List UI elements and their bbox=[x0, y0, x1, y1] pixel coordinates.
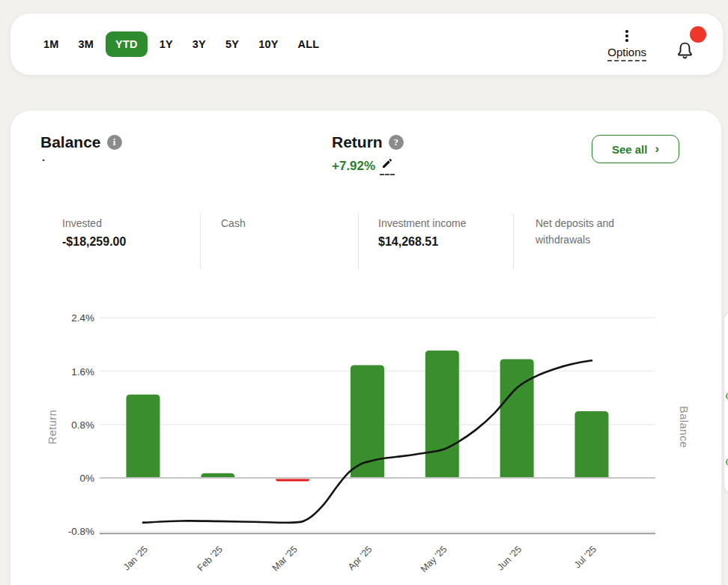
x-tick-label: Feb '25 bbox=[195, 544, 225, 573]
y-tick-label: 2.4% bbox=[71, 312, 94, 324]
stat-cash: Cash bbox=[221, 216, 341, 235]
next-card-peek[interactable] bbox=[724, 311, 728, 494]
stat-net-deposits-and-withdrawals: Net deposits and withdrawals bbox=[536, 216, 648, 251]
stat-label: Cash bbox=[221, 216, 341, 232]
see-all-label: See all bbox=[612, 143, 648, 156]
return-bar-jul25 bbox=[574, 411, 608, 477]
notifications-button[interactable] bbox=[675, 26, 706, 62]
return-bar-apr25 bbox=[351, 365, 384, 477]
y-tick-label: -0.8% bbox=[68, 526, 94, 537]
return-value: +7.92% bbox=[332, 159, 375, 174]
stat-divider bbox=[200, 213, 201, 269]
balance-heading: Balance i bbox=[40, 133, 122, 151]
stat-value: $14,268.51 bbox=[378, 235, 502, 249]
performance-card: Balance i · Return ? +7.92% See all › bbox=[10, 111, 721, 585]
tab-ytd[interactable]: YTD bbox=[106, 31, 148, 57]
tab-3m[interactable]: 3M bbox=[71, 31, 102, 57]
return-heading: Return ? bbox=[332, 133, 404, 151]
stat-divider bbox=[513, 213, 514, 269]
time-range-toolbar: 1M3MYTD1Y3Y5Y10YALL Options bbox=[10, 13, 723, 75]
left-axis-title: Return bbox=[46, 410, 58, 445]
tab-1y[interactable]: 1Y bbox=[152, 31, 181, 57]
x-tick-label: Jun '25 bbox=[495, 544, 524, 572]
tab-all[interactable]: ALL bbox=[291, 31, 327, 57]
performance-chart: 2.4%1.6%0.8%0%-0.8%Jan '25Feb '25Mar '25… bbox=[30, 300, 704, 584]
pencil-icon bbox=[381, 157, 393, 169]
y-tick-label: 0% bbox=[79, 473, 94, 484]
y-tick-label: 1.6% bbox=[71, 366, 94, 378]
bell-icon bbox=[675, 40, 695, 61]
stat-label: Invested bbox=[62, 216, 189, 232]
y-tick-label: 0.8% bbox=[71, 419, 94, 431]
balance-hidden-value: · bbox=[42, 157, 122, 163]
return-bar-jun25 bbox=[500, 359, 534, 477]
chart-svg: 2.4%1.6%0.8%0%-0.8%Jan '25Feb '25Mar '25… bbox=[30, 300, 704, 584]
x-tick-label: Apr '25 bbox=[346, 544, 374, 572]
time-range-tabs: 1M3MYTD1Y3Y5Y10YALL bbox=[36, 31, 327, 57]
stat-investment-income: Investment income$14,268.51 bbox=[378, 216, 502, 249]
stat-invested: Invested-$18,259.00 bbox=[62, 216, 189, 249]
options-label: Options bbox=[607, 46, 646, 61]
stat-value: -$18,259.00 bbox=[62, 235, 189, 249]
stat-label: Net deposits and withdrawals bbox=[536, 216, 648, 248]
return-bar-jan25 bbox=[127, 395, 160, 477]
notification-badge bbox=[690, 26, 706, 43]
edit-return-button[interactable] bbox=[380, 157, 395, 175]
tab-1m[interactable]: 1M bbox=[36, 31, 67, 57]
return-bar-feb25 bbox=[201, 473, 234, 477]
options-menu[interactable]: Options bbox=[607, 30, 646, 61]
x-tick-label: Mar '25 bbox=[270, 544, 300, 573]
info-icon[interactable]: i bbox=[107, 135, 122, 150]
x-tick-label: Jan '25 bbox=[121, 544, 150, 572]
return-bar-mar25 bbox=[276, 479, 309, 481]
stats-row: Invested-$18,259.00CashInvestment income… bbox=[10, 213, 721, 273]
help-icon[interactable]: ? bbox=[389, 135, 404, 150]
see-all-button[interactable]: See all › bbox=[592, 135, 679, 163]
tab-5y[interactable]: 5Y bbox=[218, 31, 246, 57]
stat-label: Investment income bbox=[378, 216, 502, 232]
return-bar-may25 bbox=[425, 351, 459, 477]
tab-3y[interactable]: 3Y bbox=[185, 31, 213, 57]
right-axis-title: Balance bbox=[678, 406, 690, 448]
kebab-menu-icon bbox=[625, 30, 628, 42]
chevron-right-icon: › bbox=[655, 142, 659, 157]
x-tick-label: Jul '25 bbox=[572, 544, 598, 570]
balance-title: Balance bbox=[40, 133, 101, 151]
stat-divider bbox=[358, 213, 359, 269]
return-title: Return bbox=[332, 133, 383, 151]
x-tick-label: May '25 bbox=[419, 544, 449, 575]
tab-10y[interactable]: 10Y bbox=[251, 31, 285, 57]
